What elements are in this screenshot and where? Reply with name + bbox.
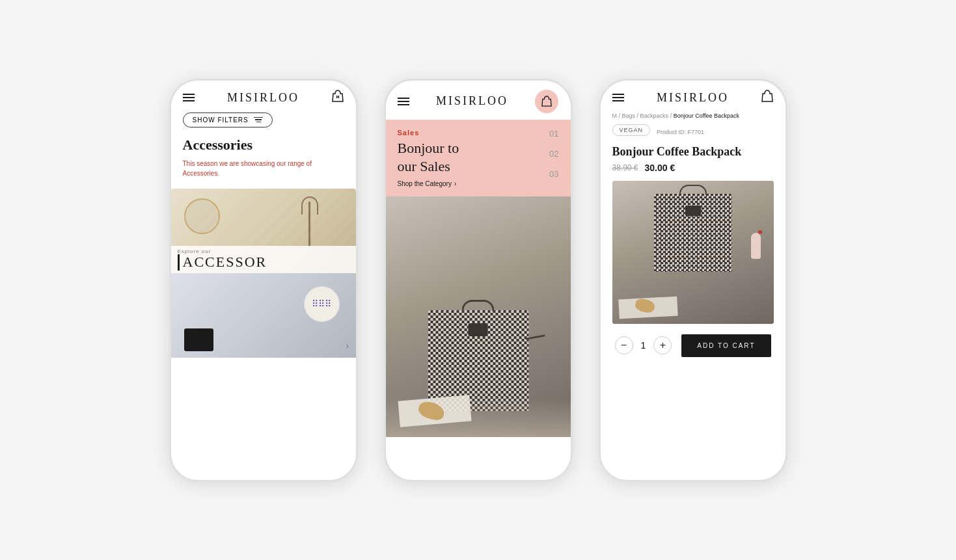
filter-icon xyxy=(254,117,263,123)
price-new: 30.00 € xyxy=(645,163,676,173)
phone3-header: MISIRLOO xyxy=(601,81,785,113)
logo-3: MISIRLOO xyxy=(657,91,729,105)
chevron-right-1[interactable]: › xyxy=(346,339,349,353)
logo-2: MISIRLOO xyxy=(436,94,508,108)
svg-rect-1 xyxy=(338,96,340,98)
hamburger-menu-1[interactable] xyxy=(183,94,195,101)
cart-controls: − 1 + ADD TO CART xyxy=(612,334,774,357)
hamburger-menu-3[interactable] xyxy=(612,94,624,101)
bag-product-image xyxy=(386,196,571,437)
svg-rect-0 xyxy=(336,96,338,98)
second-product-image: › xyxy=(171,273,356,358)
plate-visual xyxy=(304,286,340,322)
phone2-header: MISIRLOO xyxy=(386,81,571,120)
wallet-visual xyxy=(184,328,213,351)
bag-houndstooth xyxy=(428,310,528,411)
accessories-big: ACCESSOR xyxy=(178,254,356,270)
add-to-cart-button[interactable]: ADD TO CART xyxy=(681,334,771,357)
phone-1: MISIRLOO SHOW FILTERS xyxy=(169,79,358,482)
product-detail-image xyxy=(612,181,774,324)
breadcrumb: M / Bags / Backpacks / Bonjour Coffee Ba… xyxy=(612,113,774,119)
sales-title: Bonjour to our Sales xyxy=(398,139,459,176)
promo-image-1: Explore our ACCESSOR xyxy=(171,189,356,273)
logo-1: MISIRLOO xyxy=(227,91,299,105)
screens-container: MISIRLOO SHOW FILTERS xyxy=(143,53,813,508)
show-filters-button[interactable]: SHOW FILTERS xyxy=(183,113,273,127)
quantity-plus-button[interactable]: + xyxy=(653,336,672,354)
price-old: 38.90 € xyxy=(612,163,638,172)
product-id: Product ID: F7701 xyxy=(657,129,704,135)
shop-link[interactable]: Shop the Category › xyxy=(398,180,459,187)
quantity-minus-button[interactable]: − xyxy=(615,336,633,354)
phone-3: MISIRLOO M / Bags / Backpacks / xyxy=(599,79,787,482)
sales-section: Sales Bonjour to our Sales Shop the Cate… xyxy=(386,120,571,196)
cart-icon-2[interactable] xyxy=(535,90,558,113)
price-row: 38.90 € 30.00 € xyxy=(612,163,774,173)
cart-icon-3[interactable] xyxy=(761,90,773,106)
page-description: This season we are showcasing our range … xyxy=(183,159,344,178)
product-detail-content: M / Bags / Backpacks / Bonjour Coffee Ba… xyxy=(601,113,785,367)
menu-numbers: 01 02 03 xyxy=(549,129,558,179)
phone-2: MISIRLOO Sales Bonjour to our Sales xyxy=(384,79,573,482)
vegan-badge: VEGAN xyxy=(612,124,651,136)
cart-icon-1[interactable] xyxy=(332,90,344,106)
quantity-control: − 1 + xyxy=(615,336,672,354)
product-title: Bonjour Coffee Backpack xyxy=(612,145,774,159)
hamburger-menu-2[interactable] xyxy=(398,98,409,105)
sales-badge: Sales xyxy=(398,129,459,137)
quantity-value: 1 xyxy=(641,340,646,351)
phone1-header: MISIRLOO xyxy=(171,81,356,113)
page-title-1: Accessories xyxy=(183,137,344,153)
